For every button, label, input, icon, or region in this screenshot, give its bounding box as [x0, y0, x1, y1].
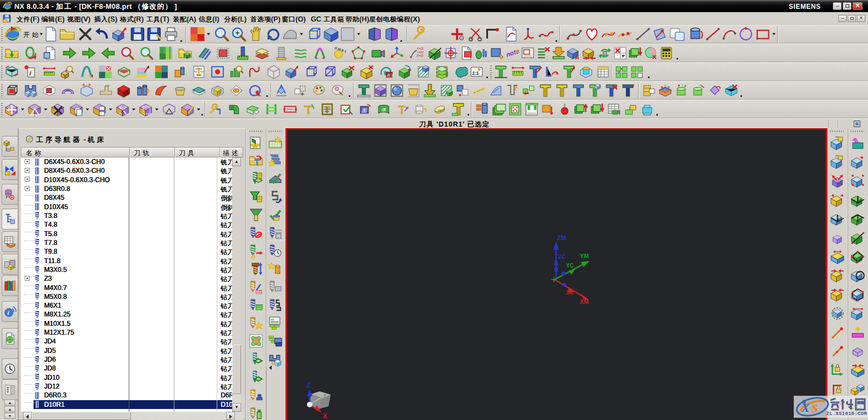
svg-text:X=01: X=01: [416, 47, 424, 50]
svg-text:JSO: JSO: [437, 108, 444, 112]
svg-text:ABC: ABC: [256, 291, 262, 293]
svg-text:Z=03: Z=03: [416, 54, 424, 57]
svg-text:S: S: [811, 401, 818, 415]
svg-text:ZM: ZM: [557, 234, 566, 241]
svg-text:Y=02: Y=02: [417, 51, 424, 54]
svg-text:XM: XM: [580, 298, 589, 305]
svg-text:X: X: [801, 401, 810, 414]
svg-text:Z: Z: [306, 381, 310, 389]
svg-text:X: X: [120, 108, 124, 114]
svg-text:ZC: ZC: [558, 254, 565, 260]
svg-text:X: X: [323, 412, 327, 418]
svg-text:A: A: [575, 54, 580, 61]
svg-text:YM: YM: [580, 253, 589, 259]
svg-text:YC: YC: [566, 263, 574, 269]
svg-text:XC: XC: [566, 290, 574, 296]
svg-text:名字: 名字: [387, 73, 393, 78]
svg-text:1:1: 1:1: [472, 70, 479, 76]
